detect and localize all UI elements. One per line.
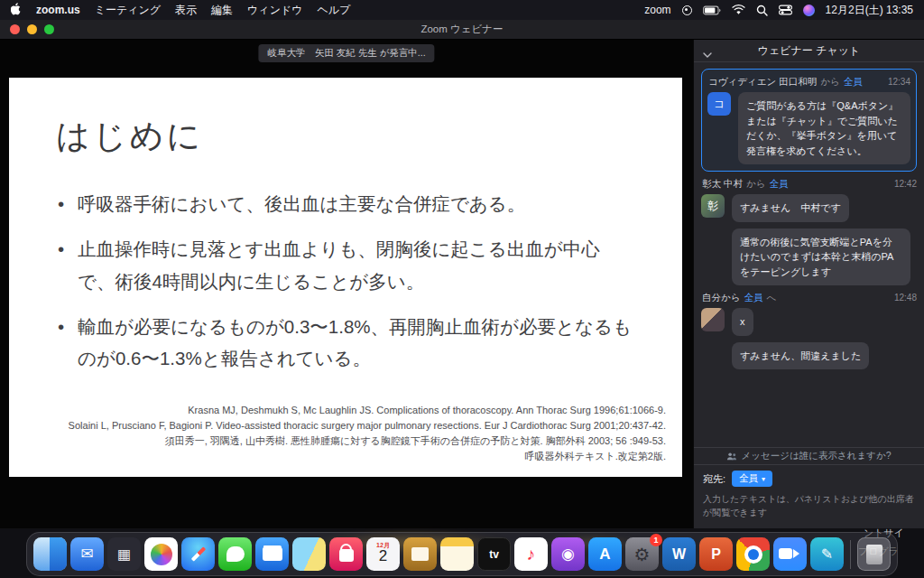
dock-maps-icon[interactable] <box>292 537 326 571</box>
slide-bullet: 呼吸器手術において、後出血は主要な合併症である。 <box>56 188 635 219</box>
dock-powerpoint-icon[interactable]: P <box>699 537 733 571</box>
minimize-window-button[interactable] <box>27 24 37 34</box>
chevron-down-icon[interactable] <box>703 48 712 61</box>
dock-launchpad-icon[interactable]: ▦ <box>107 537 141 571</box>
chat-message[interactable]: すみません、間違えました <box>701 342 917 370</box>
dock-finder-icon[interactable] <box>33 537 67 571</box>
recipient-select[interactable]: 全員 ▾ <box>732 471 772 487</box>
chat-header: ウェビナー チャット <box>694 40 924 62</box>
message-to-word: へ <box>767 292 777 304</box>
dock-books-icon[interactable] <box>403 537 437 571</box>
screen: zoom.us ミーティング 表示 編集 ウィンドウ ヘルプ zoom 12月2… <box>0 0 924 578</box>
message-sender: 自分から <box>702 292 741 304</box>
chat-message[interactable]: コヴィディエン 田口和明 から 全員 12:34 コ ご質問がある方は『Q&Aボ… <box>701 69 917 172</box>
reference-line: 須田秀一, 羽隅透, 山中秀樹. 悪性肺腫瘍に対する胸腔鏡下手術の合併症の予防と… <box>36 434 666 449</box>
dock-chrome-icon[interactable] <box>736 537 770 571</box>
dock-photos-icon[interactable] <box>144 537 178 571</box>
menu-bar: zoom.us ミーティング 表示 編集 ウィンドウ ヘルプ zoom 12月2… <box>0 0 924 20</box>
dock-notability-icon[interactable]: ✎ <box>810 537 844 571</box>
chat-message[interactable]: 自分から 全員 へ 12:48 x <box>701 292 917 336</box>
reference-line: Krasna MJ, Deshmukh S, Mc Laughlin JS. C… <box>36 403 666 418</box>
dock-calendar-icon[interactable]: 12月 2 <box>366 537 400 571</box>
active-speaker-badge: 岐阜大学 矢田 友紀 先生 が発言中... <box>258 44 434 62</box>
dock-zoom-icon[interactable] <box>773 537 807 571</box>
dock-notes-icon[interactable] <box>440 537 474 571</box>
chat-message[interactable]: 通常の術後に気管支断端とPAを分けたいのでまずは本幹と末梢のPAをテーピングしま… <box>701 228 917 286</box>
message-bubble: x <box>732 308 753 336</box>
dock-messages-icon[interactable] <box>218 537 252 571</box>
avatar: 彰 <box>701 194 725 218</box>
message-time: 12:48 <box>894 293 917 303</box>
message-recipient: 全員 <box>844 76 863 89</box>
webinar-chat-panel: ウェビナー チャット コヴィディエン 田口和明 から 全員 12:34 コ <box>693 40 924 528</box>
siri-icon[interactable] <box>803 5 815 16</box>
dock-app-store-icon[interactable]: A <box>588 537 622 571</box>
message-visibility-hint: メッセージは誰に表示されますか? <box>694 448 924 465</box>
slide-bullet: 輸血が必要になるものが0.3〜1.8%、再開胸止血術が必要となるものが0.6〜1… <box>56 311 635 375</box>
slide-bullet: 止血操作時に見落とす出血よりも、閉胸後に起こる出血が中心で、術後4時間以内に生じ… <box>56 233 635 297</box>
window-titlebar[interactable]: Zoom ウェビナー <box>0 20 924 40</box>
dock-divider <box>850 540 851 569</box>
dock-apple-store-icon[interactable] <box>329 537 363 571</box>
visibility-hint-text: メッセージは誰に表示されますか? <box>741 450 891 462</box>
chat-title: ウェビナー チャット <box>758 43 861 59</box>
battery-icon[interactable] <box>703 5 721 15</box>
message-sender: コヴィディエン 田口和明 <box>708 76 817 89</box>
search-icon[interactable] <box>756 5 768 16</box>
message-sender: 彰太 中村 <box>702 178 743 191</box>
menu-item-help[interactable]: ヘルプ <box>317 3 350 18</box>
message-bubble: 通常の術後に気管支断端とPAを分けたいのでまずは本幹と末梢のPAをテーピングしま… <box>732 228 910 286</box>
message-bubble: ご質問がある方は『Q&Aボタン』または『チャット』でご質問いただくか、『挙手ボタ… <box>738 92 910 164</box>
message-time: 12:34 <box>888 77 910 87</box>
chat-footer: メッセージは誰に表示されますか? 宛先: 全員 ▾ 入力したテキストは、パネリス… <box>694 447 924 528</box>
dock-apple-tv-icon[interactable]: tv <box>477 537 511 571</box>
close-window-button[interactable] <box>10 24 20 34</box>
message-from-word: から <box>746 178 766 191</box>
menu-item-view[interactable]: 表示 <box>175 3 197 18</box>
avatar: コ <box>707 92 731 116</box>
menu-item-app[interactable]: zoom.us <box>36 4 80 16</box>
fullscreen-window-button[interactable] <box>44 24 54 34</box>
avatar <box>701 308 725 331</box>
message-from-word: から <box>820 76 840 89</box>
status-circle-icon[interactable] <box>682 5 692 15</box>
slide-references: Krasna MJ, Deshmukh S, Mc Laughlin JS. C… <box>36 403 666 464</box>
message-bubble: すみません、間違えました <box>732 342 869 370</box>
shared-slide: はじめに 呼吸器手術において、後出血は主要な合併症である。 止血操作時に見落とす… <box>9 78 682 477</box>
menubar-zoom-label[interactable]: zoom <box>644 4 670 16</box>
dock: ✉ ▦ 12月 2 tv ♪ ◉ A ⚙ 1 W P ✎ <box>26 532 898 576</box>
wifi-icon[interactable] <box>732 5 745 15</box>
notification-badge: 1 <box>650 534 662 546</box>
reference-line: 呼吸器外科テキスト.改定第2版. <box>36 449 666 464</box>
menu-item-window[interactable]: ウィンドウ <box>247 3 302 18</box>
dock-mail-icon[interactable]: ✉ <box>70 537 104 571</box>
chat-message[interactable]: 彰太 中村 から 全員 12:42 彰 すみません 中村です <box>701 178 917 222</box>
menu-item-meeting[interactable]: ミーティング <box>95 3 161 18</box>
slide-bullet-list: 呼吸器手術において、後出血は主要な合併症である。 止血操作時に見落とす出血よりも… <box>56 188 635 374</box>
window-title: Zoom ウェビナー <box>0 23 924 36</box>
message-recipient: 全員 <box>744 292 763 304</box>
dock-files-icon[interactable] <box>255 537 289 571</box>
chevron-down-icon: ▾ <box>762 475 765 483</box>
message-bubble: すみません 中村です <box>732 194 849 222</box>
slide-title: はじめに <box>56 114 635 159</box>
message-time: 12:42 <box>894 179 917 189</box>
calendar-day: 2 <box>366 547 400 565</box>
dock-podcasts-icon[interactable]: ◉ <box>551 537 585 571</box>
dock-safari-icon[interactable] <box>181 537 215 571</box>
chat-message-list[interactable]: コヴィディエン 田口和明 から 全員 12:34 コ ご質問がある方は『Q&Aボ… <box>694 62 924 447</box>
to-label: 宛先: <box>703 472 725 486</box>
menubar-clock[interactable]: 12月2日(土) 13:35 <box>826 3 913 18</box>
message-recipient: 全員 <box>769 178 788 191</box>
dock-system-settings-icon[interactable]: ⚙ 1 <box>625 537 659 571</box>
apple-logo-icon[interactable] <box>11 3 22 18</box>
menu-item-edit[interactable]: 編集 <box>211 3 233 18</box>
dock-word-icon[interactable]: W <box>662 537 696 571</box>
person-icon <box>726 452 736 461</box>
dock-music-icon[interactable]: ♪ <box>514 537 548 571</box>
dock-trash-icon[interactable] <box>857 537 891 571</box>
control-center-icon[interactable] <box>779 5 792 15</box>
recipient-value: 全員 <box>739 472 758 485</box>
reference-line: Solaini L, Prusciano F, Bagioni P. Video… <box>36 418 666 434</box>
chat-input[interactable]: 入力したテキストは、パネリストおよび他の出席者が閲覧できます <box>694 489 924 528</box>
